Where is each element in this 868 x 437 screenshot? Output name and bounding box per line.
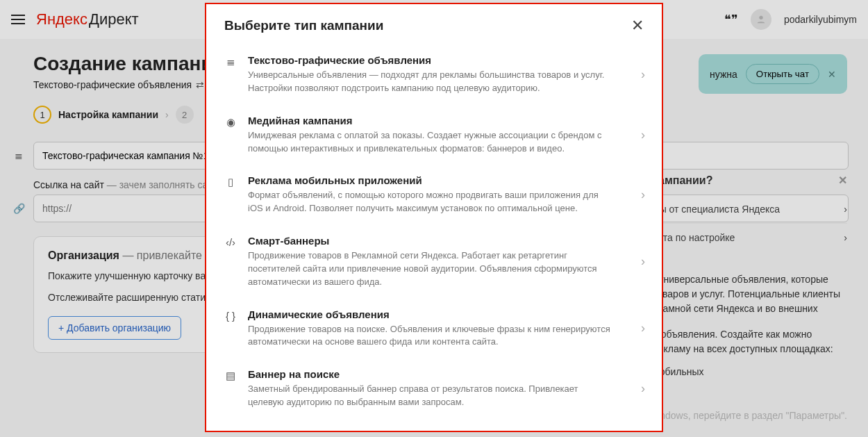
campaign-type-desc: Универсальные объявления — подходят для … [248, 69, 631, 95]
campaign-type-icon: ▤ [223, 368, 238, 409]
campaign-type-item[interactable]: ▤Медийная кампания на ГлавнойДля охвата … [223, 419, 645, 432]
modal-close-icon[interactable]: ✕ [631, 17, 644, 35]
modal-title: Выберите тип кампании [224, 18, 383, 33]
campaign-type-item[interactable]: ‹/›Смарт-баннерыПродвижение товаров в Ре… [223, 225, 645, 299]
campaign-type-modal: Выберите тип кампании ✕ ≣Текстово-графич… [205, 3, 663, 432]
chevron-right-icon: › [641, 67, 645, 82]
campaign-type-title: Баннер на поиске [248, 368, 631, 380]
chevron-right-icon: › [641, 254, 645, 269]
chevron-right-icon: › [641, 381, 645, 396]
campaign-type-title: Реклама мобильных приложений [248, 174, 631, 186]
modal-body[interactable]: ≣Текстово-графические объявленияУниверса… [206, 44, 662, 432]
campaign-type-icon: ▤ [223, 429, 238, 432]
campaign-type-desc: Заметный брендированный баннер справа от… [248, 383, 631, 409]
campaign-type-desc: Имиджевая реклама с оплатой за показы. С… [248, 129, 631, 156]
campaign-type-icon: ‹/› [223, 235, 238, 289]
campaign-type-item[interactable]: ≣Текстово-графические объявленияУниверса… [223, 44, 645, 105]
campaign-type-icon: ▯ [223, 174, 238, 215]
campaign-type-icon: { } [223, 308, 238, 349]
campaign-type-item[interactable]: ▤Баннер на поискеЗаметный брендированный… [223, 358, 645, 419]
campaign-type-icon: ◉ [223, 115, 238, 156]
campaign-type-item[interactable]: ◉Медийная кампанияИмиджевая реклама с оп… [223, 105, 645, 165]
campaign-type-desc: Продвижение товаров в Рекламной сети Янд… [248, 249, 631, 289]
campaign-type-icon: ≣ [223, 54, 238, 95]
campaign-type-desc: Формат объявлений, с помощью которого мо… [248, 189, 631, 215]
modal-header: Выберите тип кампании ✕ [206, 4, 662, 44]
chevron-right-icon: › [641, 188, 645, 202]
campaign-type-item[interactable]: { }Динамические объявленияПродвижение то… [223, 299, 645, 359]
campaign-type-title: Текстово-графические объявления [248, 54, 631, 66]
campaign-type-title: Медийная кампания [248, 115, 631, 126]
campaign-type-title: Смарт-баннеры [248, 235, 631, 247]
campaign-type-title: Динамические объявления [248, 308, 631, 320]
chevron-right-icon: › [641, 321, 645, 336]
campaign-type-title: Медийная кампания на Главной [248, 429, 631, 432]
campaign-type-desc: Продвижение товаров на поиске. Объявлени… [248, 323, 631, 349]
campaign-type-item[interactable]: ▯Реклама мобильных приложенийФормат объя… [223, 165, 645, 225]
chevron-right-icon: › [641, 128, 645, 142]
